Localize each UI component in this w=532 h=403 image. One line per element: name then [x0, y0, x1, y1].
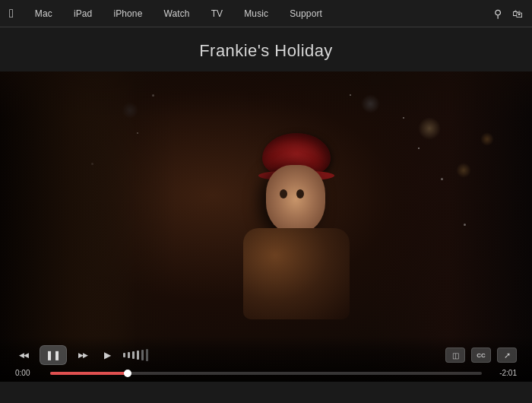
volume-slider[interactable] — [123, 349, 148, 361]
vol-bar-3 — [132, 351, 135, 359]
fullscreen-button[interactable]: ➚ — [497, 347, 517, 363]
navbar:  Mac iPad iPhone Watch TV Music Support… — [0, 0, 532, 27]
nav-item-iphone[interactable]: iPhone — [103, 0, 153, 27]
bag-icon[interactable]: 🛍 — [512, 8, 523, 20]
volume-icon: ▶ — [104, 350, 111, 360]
progress-track[interactable] — [50, 372, 482, 375]
right-controls: ◫ CC ➚ — [445, 347, 517, 363]
bokeh-4 — [480, 132, 494, 146]
child-figure — [220, 118, 372, 316]
left-adult-silhouette — [0, 71, 175, 382]
nav-item-watch[interactable]: Watch — [153, 0, 200, 27]
snow-9 — [418, 148, 420, 149]
forward-button[interactable]: ▶▶ — [74, 347, 91, 363]
title-area: Frankie's Holiday — [0, 27, 532, 71]
child-coat — [243, 228, 350, 319]
cc-icon: CC — [477, 352, 486, 359]
nav-item-support[interactable]: Support — [279, 0, 333, 27]
vol-bar-4 — [137, 351, 139, 360]
progress-thumb[interactable] — [124, 370, 131, 377]
nav-item-tv[interactable]: TV — [201, 0, 234, 27]
apple-logo[interactable]:  — [9, 7, 14, 21]
screen-button[interactable]: ◫ — [445, 347, 465, 363]
child-face — [266, 165, 325, 233]
nav-items: Mac iPad iPhone Watch TV Music Support — [24, 0, 494, 27]
search-icon[interactable]: ⚲ — [494, 8, 502, 20]
screen-icon: ◫ — [452, 351, 459, 360]
controls-main-row: ◀◀ ❚❚ ▶▶ ▶ — [15, 345, 517, 365]
bokeh-1 — [418, 117, 441, 140]
top-gradient — [0, 71, 532, 117]
nav-item-ipad[interactable]: iPad — [63, 0, 103, 27]
rewind-button[interactable]: ◀◀ — [15, 347, 32, 363]
nav-right-icons: ⚲ 🛍 — [494, 8, 523, 20]
pause-icon: ❚❚ — [46, 350, 61, 360]
nav-item-music[interactable]: Music — [233, 0, 279, 27]
volume-button[interactable]: ▶ — [99, 347, 116, 363]
fullscreen-icon: ➚ — [504, 351, 511, 360]
progress-fill — [50, 372, 128, 375]
video-player[interactable]: ◀◀ ❚❚ ▶▶ ▶ — [0, 71, 532, 382]
bokeh-2 — [456, 163, 471, 178]
progress-row: 0:00 -2:01 — [15, 369, 517, 377]
forward-icon: ▶▶ — [78, 351, 87, 359]
pause-button[interactable]: ❚❚ — [40, 345, 67, 365]
nav-item-mac[interactable]: Mac — [24, 0, 63, 27]
snow-7 — [464, 224, 466, 226]
snow-4 — [403, 117, 404, 119]
vol-bar-5 — [141, 350, 144, 360]
total-time: -2:01 — [488, 369, 517, 377]
vol-bar-6 — [146, 349, 148, 361]
video-controls: ◀◀ ❚❚ ▶▶ ▶ — [0, 336, 532, 382]
right-shadow — [365, 71, 532, 382]
current-time: 0:00 — [15, 369, 44, 377]
snow-5 — [441, 178, 443, 180]
rewind-icon: ◀◀ — [19, 351, 28, 359]
video-scene — [0, 71, 532, 382]
cc-button[interactable]: CC — [471, 347, 491, 363]
vol-bar-2 — [128, 352, 130, 358]
vol-bar-1 — [123, 353, 125, 357]
page-title: Frankie's Holiday — [0, 41, 532, 61]
